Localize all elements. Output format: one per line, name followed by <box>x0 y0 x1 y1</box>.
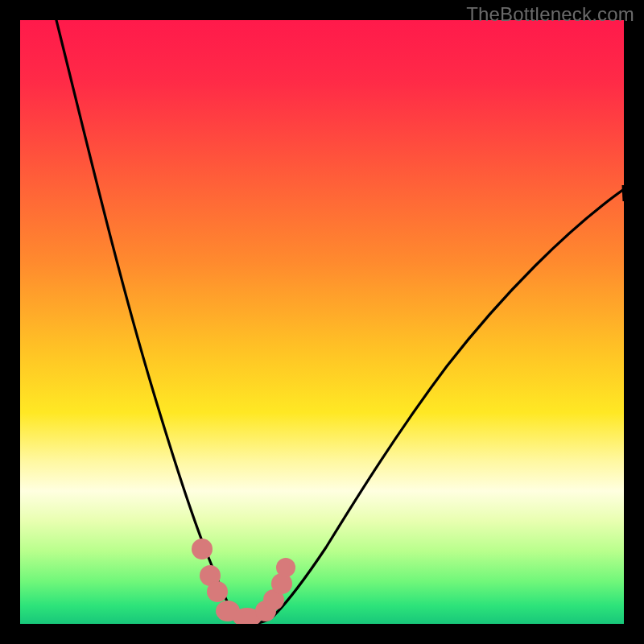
curve-path <box>56 20 624 624</box>
bottleneck-curve <box>20 20 624 624</box>
svg-point-2 <box>207 581 228 602</box>
chart-frame: TheBottleneck.com <box>0 0 644 644</box>
chart-plot-area <box>20 20 624 624</box>
svg-point-8 <box>276 558 295 577</box>
curve-right-tail <box>623 185 624 201</box>
svg-point-0 <box>192 539 213 559</box>
watermark-text: TheBottleneck.com <box>466 3 634 26</box>
